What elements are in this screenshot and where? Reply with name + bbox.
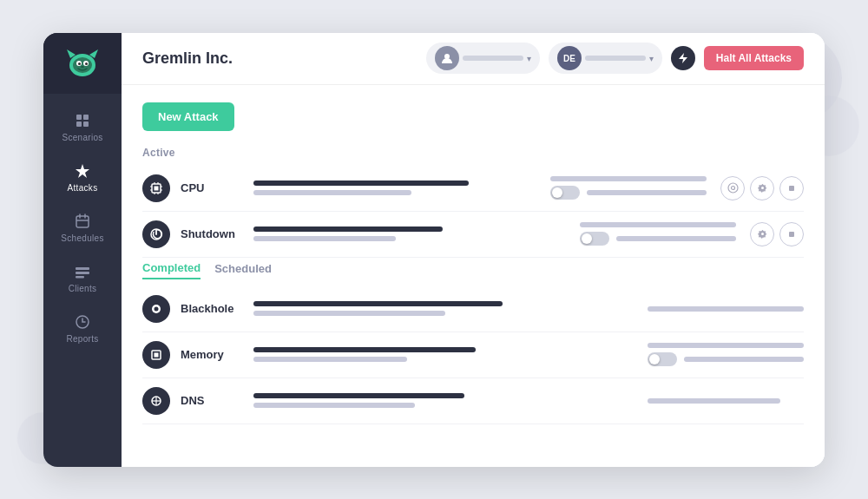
user2-avatar: DE: [557, 46, 582, 70]
memory-bar2: [253, 357, 407, 362]
cpu-long-bar: [550, 176, 707, 181]
shutdown-actions: [750, 222, 804, 246]
svg-point-8: [81, 66, 84, 68]
halt-all-attacks-button[interactable]: Halt All Attacks: [704, 46, 804, 70]
dns-bar1: [253, 393, 464, 398]
svg-point-33: [731, 187, 734, 190]
tab-scheduled[interactable]: Scheduled: [214, 262, 272, 279]
user1-chevron: ▾: [527, 54, 531, 63]
blackhole-bar1: [253, 301, 503, 306]
memory-bar1: [253, 347, 476, 352]
blackhole-name: Blackhole: [181, 302, 243, 315]
header: Gremlin Inc. ▾ DE ▾: [122, 33, 825, 85]
svg-rect-19: [76, 276, 84, 279]
reports-label: Reports: [66, 334, 98, 344]
header-right: ▾ DE ▾ Halt All Attacks: [426, 43, 804, 74]
user1-avatar: [435, 46, 459, 70]
dns-toggle-group: [648, 398, 804, 404]
sidebar: Scenarios Attacks Schedules: [43, 33, 122, 467]
blackhole-long-bar: [648, 306, 804, 312]
cpu-icon: [142, 174, 170, 202]
logo-icon: [63, 44, 102, 82]
user2-chevron: ▾: [649, 54, 654, 63]
svg-rect-10: [83, 115, 89, 120]
sidebar-item-schedules[interactable]: Schedules: [43, 201, 122, 252]
scenarios-label: Scenarios: [62, 133, 102, 142]
cpu-bar2: [253, 190, 411, 195]
bolt-icon[interactable]: [671, 46, 695, 70]
cpu-bar1: [253, 181, 469, 186]
svg-rect-34: [789, 186, 794, 191]
schedules-icon: [75, 213, 90, 229]
clients-icon: [75, 264, 90, 279]
completed-tabs: Completed Scheduled: [142, 261, 804, 279]
blackhole-toggle-group: [648, 306, 804, 312]
shutdown-bars: [253, 227, 569, 241]
memory-name: Memory: [181, 348, 243, 361]
shutdown-bar1: [253, 227, 443, 232]
sidebar-item-clients[interactable]: Clients: [43, 252, 122, 302]
shutdown-toggle[interactable]: [580, 232, 609, 246]
memory-icon: [142, 341, 170, 369]
page-title: Gremlin Inc.: [142, 49, 416, 68]
svg-point-7: [85, 62, 88, 65]
attack-row-cpu: CPU: [142, 166, 804, 212]
shutdown-name: Shutdown: [181, 227, 243, 240]
sidebar-item-attacks[interactable]: Attacks: [43, 151, 122, 201]
attack-row-memory: Memory: [142, 332, 804, 378]
dns-name: DNS: [181, 394, 243, 407]
blackhole-bars: [253, 301, 637, 316]
shutdown-stop-icon[interactable]: [779, 222, 804, 246]
svg-rect-18: [76, 272, 89, 274]
dns-icon: [142, 387, 170, 415]
attack-row-dns: DNS: [142, 378, 804, 424]
sidebar-logo: [43, 33, 122, 94]
shutdown-settings-icon[interactable]: [750, 222, 774, 246]
dns-long-bar: [648, 398, 780, 404]
sidebar-item-reports[interactable]: Reports: [43, 302, 122, 352]
svg-point-6: [78, 62, 81, 65]
clients-label: Clients: [69, 284, 97, 293]
cpu-bars: [253, 181, 540, 195]
shutdown-toggle-row: [580, 232, 736, 246]
cpu-toggle-bar: [587, 190, 707, 195]
schedules-label: Schedules: [61, 233, 103, 243]
user2-group[interactable]: DE ▾: [549, 43, 662, 74]
cpu-name: CPU: [181, 181, 243, 194]
cpu-toggle[interactable]: [550, 186, 580, 200]
cpu-stop-icon[interactable]: [779, 176, 804, 200]
sidebar-item-scenarios[interactable]: Scenarios: [43, 101, 122, 151]
svg-rect-9: [76, 115, 82, 120]
shutdown-icon: [142, 220, 170, 248]
memory-toggle-bar: [684, 357, 804, 362]
sidebar-nav: Scenarios Attacks Schedules: [43, 94, 122, 352]
memory-bars: [253, 347, 637, 362]
shutdown-toggle-group: [580, 222, 736, 246]
blackhole-bar2: [253, 311, 445, 316]
user2-bar: [585, 56, 646, 61]
tab-completed[interactable]: Completed: [142, 261, 201, 279]
memory-toggle[interactable]: [648, 352, 677, 366]
cpu-toggle-group: [550, 176, 707, 200]
attack-row-shutdown: Shutdown: [142, 212, 804, 258]
shutdown-toggle-bar: [616, 236, 736, 241]
shutdown-long-bar: [580, 222, 736, 227]
dns-bar2: [253, 403, 415, 408]
attacks-label: Attacks: [68, 183, 98, 193]
svg-point-39: [155, 306, 159, 311]
svg-rect-23: [155, 186, 159, 190]
cpu-settings-icon2[interactable]: [750, 176, 774, 200]
svg-rect-41: [155, 352, 159, 357]
active-section-label: Active: [142, 147, 804, 159]
memory-toggle-row: [648, 352, 804, 366]
cpu-settings-icon1[interactable]: [720, 176, 745, 200]
shutdown-bar2: [253, 236, 396, 241]
svg-rect-37: [789, 232, 794, 237]
main-content: Gremlin Inc. ▾ DE ▾: [122, 33, 825, 467]
attack-row-blackhole: Blackhole: [142, 286, 804, 332]
svg-rect-11: [76, 121, 82, 127]
user1-group[interactable]: ▾: [426, 43, 540, 74]
blackhole-icon: [142, 295, 170, 323]
new-attack-button[interactable]: New Attack: [142, 102, 234, 131]
svg-rect-12: [83, 121, 89, 127]
